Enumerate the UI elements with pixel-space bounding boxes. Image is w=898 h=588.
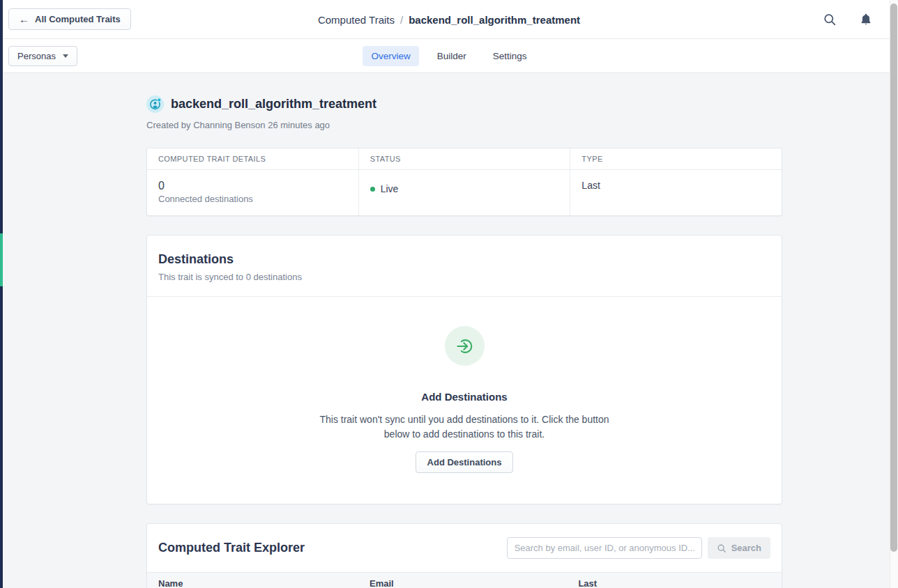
add-destinations-button[interactable]: Add Destinations — [416, 451, 514, 473]
explorer-title: Computed Trait Explorer — [158, 541, 305, 555]
notifications-bell-icon[interactable] — [859, 13, 873, 26]
empty-state-title: Add Destinations — [161, 391, 768, 403]
column-header-last: Last — [567, 573, 782, 588]
back-to-all-computed-traits-button[interactable]: ← All Computed Traits — [8, 8, 131, 30]
search-icon — [717, 543, 726, 553]
explorer-search-input[interactable] — [507, 537, 702, 559]
trait-details-table: Computed Trait Details 0 Connected desti… — [146, 148, 782, 216]
search-icon[interactable] — [823, 13, 837, 26]
computed-trait-icon — [146, 95, 164, 113]
sub-nav-bar: Personas Overview Builder Settings — [0, 39, 898, 73]
breadcrumb-current: backend_roll_algorithm_treatment — [409, 14, 580, 26]
sidebar-teal-segment — [0, 233, 3, 286]
breadcrumb-parent-link[interactable]: Computed Traits — [318, 14, 395, 26]
tab-bar: Overview Builder Settings — [0, 39, 898, 73]
tab-builder[interactable]: Builder — [429, 46, 475, 66]
created-by-text: Created by Channing Benson 26 minutes ag… — [146, 120, 782, 130]
status-badge: Live — [381, 183, 399, 194]
back-arrow-icon: ← — [19, 14, 29, 24]
breadcrumb-separator: / — [400, 14, 403, 26]
collapsed-sidebar-strip — [0, 0, 3, 588]
destinations-title: Destinations — [158, 252, 770, 267]
page-title: backend_roll_algorithm_treatment — [171, 97, 376, 111]
back-button-label: All Computed Traits — [35, 14, 121, 24]
tab-settings[interactable]: Settings — [485, 46, 535, 66]
empty-state-text-line2: below to add destinations to this trait. — [161, 427, 768, 442]
connected-destinations-count: 0 — [158, 180, 347, 192]
connected-destinations-label: Connected destinations — [158, 194, 347, 204]
details-column: Computed Trait Details 0 Connected desti… — [147, 148, 359, 215]
type-column-header: Type — [570, 148, 782, 170]
column-header-name: Name — [147, 573, 358, 588]
trait-type-value: Last — [570, 170, 782, 209]
explorer-search-button[interactable]: Search — [708, 537, 770, 559]
status-column-header: Status — [359, 148, 570, 170]
add-destination-circle-icon — [445, 326, 485, 366]
breadcrumb: Computed Traits / backend_roll_algorithm… — [0, 0, 898, 39]
destinations-subtitle: This trait is synced to 0 destinations — [158, 272, 770, 282]
type-column: Type Last — [570, 148, 782, 215]
computed-trait-explorer-card: Computed Trait Explorer Search Name Emai… — [146, 523, 782, 588]
personas-dropdown[interactable]: Personas — [8, 46, 77, 66]
tab-overview[interactable]: Overview — [363, 46, 418, 66]
add-destinations-button-label: Add Destinations — [427, 457, 502, 467]
destinations-card: Destinations This trait is synced to 0 d… — [146, 235, 782, 504]
scrollbar-track[interactable] — [890, 0, 898, 588]
column-header-email: Email — [358, 573, 567, 588]
live-status-dot — [370, 187, 375, 192]
top-bar: ← All Computed Traits Computed Traits / … — [0, 0, 898, 39]
status-column: Status Live — [359, 148, 571, 215]
details-column-header: Computed Trait Details — [147, 148, 358, 170]
explorer-search-button-label: Search — [731, 543, 761, 553]
personas-label: Personas — [17, 51, 56, 61]
main-content: backend_roll_algorithm_treatment Created… — [146, 73, 782, 588]
explorer-table: Name Email Last AC Arthur Chapman arthur… — [147, 572, 782, 588]
empty-state-text-line1: This trait won't sync until you add dest… — [161, 412, 768, 427]
chevron-down-icon — [63, 54, 68, 58]
scrollbar-thumb[interactable] — [890, 3, 897, 552]
destinations-empty-state: Add Destinations This trait won't sync u… — [147, 297, 782, 504]
